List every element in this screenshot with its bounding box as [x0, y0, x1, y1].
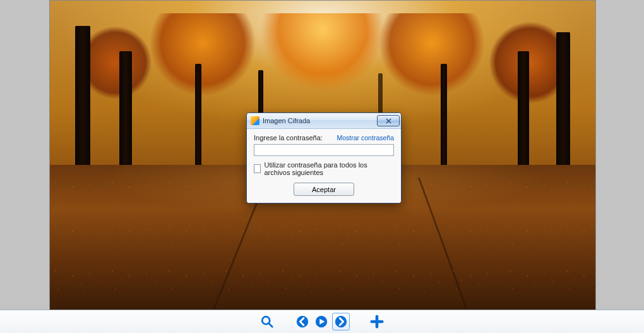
chevron-left-circle-icon — [295, 315, 309, 329]
encrypted-image-dialog: Imagen Cifrada Ingrese la contraseña: Mo… — [246, 112, 402, 203]
remember-password-checkbox[interactable] — [254, 164, 261, 173]
svg-point-2 — [297, 316, 308, 327]
dialog-body: Ingrese la contraseña: Mostrar contraseñ… — [247, 129, 401, 203]
app-icon — [251, 116, 259, 125]
next-button[interactable] — [332, 313, 350, 330]
bottom-toolbar — [0, 310, 644, 333]
svg-line-1 — [269, 324, 273, 327]
dialog-titlebar[interactable]: Imagen Cifrada — [247, 113, 401, 129]
password-input[interactable] — [254, 144, 394, 156]
add-button[interactable] — [369, 313, 385, 330]
dialog-title: Imagen Cifrada — [263, 117, 377, 124]
accept-button[interactable]: Aceptar — [294, 183, 354, 196]
viewer-stage: Imagen Cifrada Ingrese la contraseña: Mo… — [0, 0, 644, 310]
previous-button[interactable] — [294, 313, 311, 330]
zoom-button[interactable] — [259, 313, 275, 330]
password-prompt-label: Ingrese la contraseña: — [254, 134, 323, 142]
play-slideshow-button[interactable] — [313, 313, 330, 330]
plus-icon — [370, 315, 384, 329]
play-circle-icon — [314, 315, 328, 329]
remember-password-label: Utilizar contraseña para todos los archi… — [264, 161, 394, 176]
close-icon — [386, 118, 391, 124]
chevron-right-circle-icon — [334, 315, 348, 329]
svg-point-4 — [335, 316, 347, 327]
magnifier-icon — [260, 315, 274, 329]
close-button[interactable] — [377, 115, 400, 126]
show-password-link[interactable]: Mostrar contraseña — [337, 134, 394, 142]
